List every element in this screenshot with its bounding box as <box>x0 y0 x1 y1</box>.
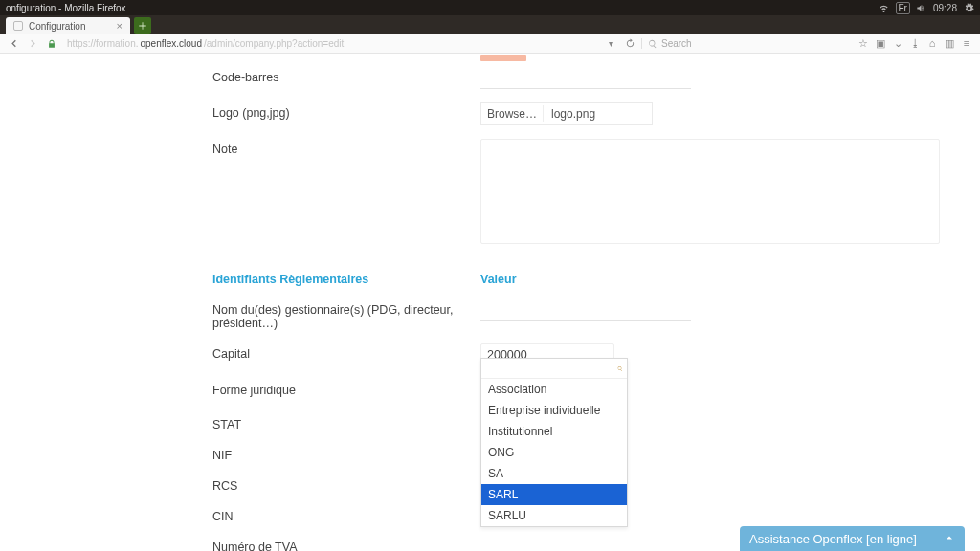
dropdown-option[interactable]: ONG <box>481 442 627 463</box>
star-icon[interactable]: ☆ <box>858 37 869 50</box>
label-gestionnaires: Nom du(des) gestionnaire(s) (PDG, direct… <box>212 299 480 330</box>
note-textarea[interactable] <box>480 139 940 244</box>
close-icon[interactable]: × <box>117 20 122 32</box>
tab-title: Configuration <box>29 21 85 32</box>
label-num-tva: Numéro de TVA <box>212 537 480 551</box>
label-code-barres: Code-barres <box>212 67 480 84</box>
os-top-bar: onfiguration - Mozilla Firefox Fr 09:28 <box>0 0 980 15</box>
volume-icon[interactable] <box>916 2 927 13</box>
lock-icon[interactable] <box>44 37 59 51</box>
label-logo: Logo (png,jpg) <box>212 102 480 120</box>
code-barres-input[interactable] <box>480 67 691 89</box>
forme-juridique-dropdown: AssociationEntreprise individuelleInstit… <box>480 358 628 527</box>
url-host: openflex.cloud <box>140 38 202 49</box>
pocket-icon[interactable]: ⌄ <box>892 37 903 50</box>
new-tab-button[interactable] <box>134 17 151 34</box>
dropdown-option[interactable]: Entreprise individuelle <box>481 400 627 421</box>
menu-icon[interactable]: ≡ <box>961 37 972 50</box>
os-tray: Fr 09:28 <box>879 2 974 14</box>
url-path: /admin/company.php?action=edit <box>204 38 344 49</box>
browse-button[interactable]: Browse… <box>481 105 544 122</box>
dropdown-caret-icon[interactable]: ▾ <box>603 37 618 51</box>
url-input[interactable]: https://formation. openflex.cloud /admin… <box>63 38 599 49</box>
label-cin: CIN <box>212 506 480 523</box>
selected-file-name: logo.png <box>551 107 595 121</box>
url-prefix: https://formation. <box>67 38 138 49</box>
library-icon[interactable]: ▥ <box>944 37 955 50</box>
browser-toolbar: ☆ ▣ ⌄ ⭳ ⌂ ▥ ≡ <box>856 37 974 50</box>
dropdown-search[interactable] <box>481 359 627 379</box>
archive-icon[interactable]: ▣ <box>875 37 886 50</box>
clock: 09:28 <box>933 3 957 13</box>
search-icon <box>648 39 657 49</box>
label-nif: NIF <box>212 445 480 462</box>
label-rcs: RCS <box>212 475 480 493</box>
forward-icon <box>25 37 40 51</box>
label-note: Note <box>212 139 480 156</box>
window-title: onfiguration - Mozilla Firefox <box>6 3 879 13</box>
back-icon[interactable] <box>6 37 21 51</box>
section-header-identifiants: Identifiants Règlementaires Valeur <box>212 273 961 286</box>
language-indicator[interactable]: Fr <box>896 2 910 14</box>
search-placeholder: Search <box>661 38 692 49</box>
label-stat: STAT <box>212 414 480 431</box>
download-icon[interactable]: ⭳ <box>909 37 921 50</box>
gestionnaires-input[interactable] <box>480 299 691 321</box>
dropdown-search-input[interactable] <box>485 361 617 376</box>
cut-off-color-bar <box>480 55 526 61</box>
page-content: Code-barres Logo (png,jpg) Browse… logo.… <box>0 54 980 551</box>
dropdown-option[interactable]: SARLU <box>481 505 627 526</box>
chevron-up-icon[interactable] <box>944 532 955 546</box>
dropdown-option[interactable]: Institutionnel <box>481 421 627 442</box>
section-title-valeur: Valeur <box>480 273 517 286</box>
dropdown-option[interactable]: SARL <box>481 484 627 505</box>
dropdown-list: AssociationEntreprise individuelleInstit… <box>481 379 627 526</box>
label-capital: Capital <box>212 343 480 361</box>
chat-widget-label: Assistance Openflex [en ligne] <box>749 532 917 546</box>
section-title-identifiants: Identifiants Règlementaires <box>212 273 480 286</box>
browser-tab-active[interactable]: Configuration × <box>6 17 130 34</box>
logo-file-input[interactable]: Browse… logo.png <box>480 102 653 125</box>
label-forme-juridique: Forme juridique <box>212 380 480 397</box>
browser-tab-strip: Configuration × <box>0 15 980 34</box>
browser-address-bar: https://formation. openflex.cloud /admin… <box>0 34 980 54</box>
wifi-icon[interactable] <box>879 2 890 13</box>
dropdown-option[interactable]: SA <box>481 463 627 484</box>
tab-favicon-icon <box>13 21 23 31</box>
settings-gear-icon[interactable] <box>963 2 974 13</box>
search-icon <box>617 364 623 374</box>
dropdown-option[interactable]: Association <box>481 379 627 400</box>
home-icon[interactable]: ⌂ <box>926 37 938 50</box>
browser-search-input[interactable]: Search <box>641 38 852 49</box>
reload-icon[interactable] <box>622 37 637 51</box>
chat-widget[interactable]: Assistance Openflex [en ligne] <box>740 526 965 551</box>
